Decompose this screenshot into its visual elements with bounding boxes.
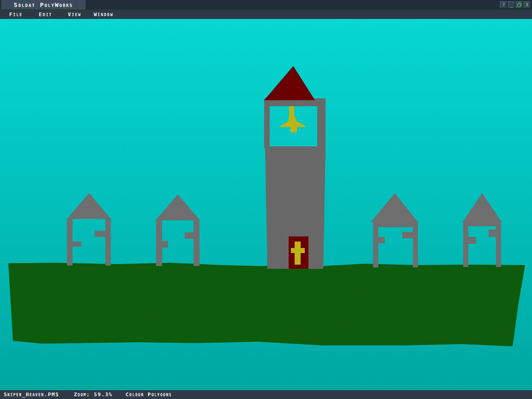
menu-window[interactable]: Window — [94, 10, 114, 19]
menu-bar: File Edit View Window — [0, 10, 532, 19]
window-controls: ? _ X — [500, 1, 531, 8]
app-title: Soldat PolyWorks — [14, 1, 73, 8]
app-window: Soldat PolyWorks ? _ X File Edit View W — [0, 0, 532, 399]
watchtower-right-post[interactable] — [193, 220, 200, 266]
watchtower-ledge-left[interactable] — [156, 241, 168, 248]
watchtower-ledge-right[interactable] — [95, 231, 110, 237]
watchtower-ledge-right[interactable] — [185, 232, 200, 239]
watchtower-ledge-left[interactable] — [67, 242, 81, 247]
minimize-icon: _ — [510, 2, 513, 7]
menu-file[interactable]: File — [9, 10, 23, 19]
watchtower-right-post[interactable] — [105, 218, 111, 266]
watchtower-ledge-right[interactable] — [402, 232, 418, 238]
watchtower-right-post[interactable] — [496, 221, 501, 267]
restore-icon — [517, 3, 521, 7]
watchtower-right-post[interactable] — [413, 221, 418, 267]
church-door[interactable] — [289, 236, 308, 269]
title-block: Soldat PolyWorks — [1, 0, 86, 10]
menu-edit[interactable]: Edit — [39, 10, 52, 19]
watchtower-lintel[interactable] — [463, 221, 501, 226]
watchtower-ledge-left[interactable] — [463, 237, 476, 244]
menu-view[interactable]: View — [68, 10, 81, 19]
ground-polygon[interactable] — [8, 263, 525, 346]
close-icon: X — [526, 2, 528, 7]
watchtower-ledge-right[interactable] — [489, 230, 501, 237]
watchtower-ledge-left[interactable] — [373, 237, 385, 243]
title-bar: Soldat PolyWorks ? _ X — [0, 0, 532, 10]
restore-button[interactable] — [516, 1, 523, 8]
status-zoom-level: Zoom: 59.3% — [74, 390, 113, 399]
bell-clapper[interactable] — [290, 127, 297, 133]
watchtower-left-post[interactable] — [373, 221, 378, 267]
help-icon: ? — [502, 2, 505, 7]
map-canvas[interactable] — [0, 19, 532, 390]
status-render-mode: Colour Polygons — [126, 390, 172, 399]
map-scene[interactable] — [0, 19, 532, 390]
close-button[interactable]: X — [524, 1, 531, 8]
watchtower-lintel[interactable] — [373, 221, 418, 227]
status-filename: Sniper_Heaven.PMS — [4, 390, 59, 399]
help-button[interactable]: ? — [500, 1, 507, 8]
minimize-button[interactable]: _ — [508, 1, 515, 8]
cross-horizontal[interactable] — [291, 248, 305, 253]
status-bar: Sniper_Heaven.PMS Zoom: 59.3% Colour Pol… — [0, 390, 532, 399]
